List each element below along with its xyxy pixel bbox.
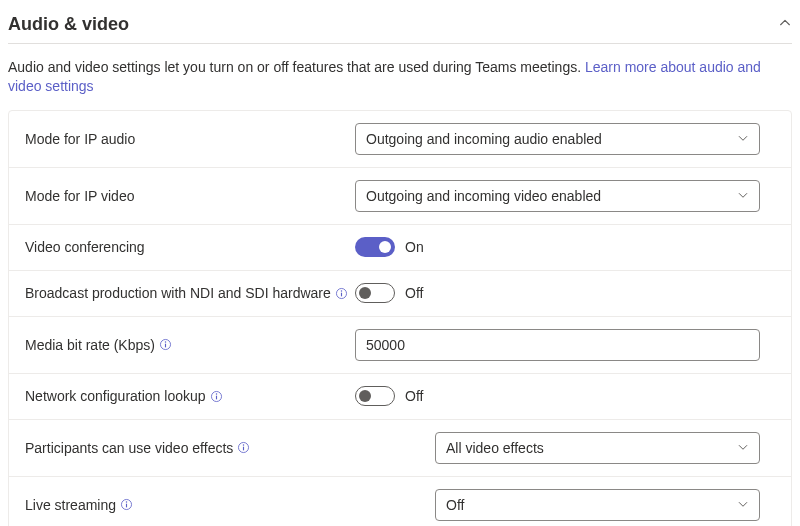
video-effects-label: Participants can use video effects — [25, 439, 233, 457]
mode-ip-audio-value: Outgoing and incoming audio enabled — [366, 131, 602, 147]
live-streaming-value: Off — [446, 497, 464, 513]
section-header[interactable]: Audio & video — [8, 10, 792, 44]
video-conferencing-label: Video conferencing — [25, 238, 355, 256]
svg-point-1 — [341, 290, 342, 291]
mode-ip-video-select[interactable]: Outgoing and incoming video enabled — [355, 180, 760, 212]
svg-rect-14 — [126, 504, 127, 508]
media-bitrate-input[interactable] — [355, 329, 760, 361]
video-conferencing-row: Video conferencing On — [9, 225, 791, 271]
svg-point-7 — [215, 393, 216, 394]
toggle-state-label: Off — [405, 285, 423, 301]
ndi-label: Broadcast production with NDI and SDI ha… — [25, 284, 331, 302]
mode-ip-video-value: Outgoing and incoming video enabled — [366, 188, 601, 204]
live-streaming-select[interactable]: Off — [435, 489, 760, 521]
intro-text: Audio and video settings let you turn on… — [8, 58, 792, 96]
chevron-down-icon — [737, 440, 749, 456]
svg-rect-11 — [243, 447, 244, 451]
video-effects-select[interactable]: All video effects — [435, 432, 760, 464]
intro-body: Audio and video settings let you turn on… — [8, 59, 585, 75]
media-bitrate-row: Media bit rate (Kbps) — [9, 317, 791, 374]
mode-ip-video-row: Mode for IP video Outgoing and incoming … — [9, 168, 791, 225]
svg-rect-8 — [215, 395, 216, 399]
ndi-row: Broadcast production with NDI and SDI ha… — [9, 271, 791, 317]
toggle-state-label: On — [405, 239, 424, 255]
svg-rect-2 — [341, 292, 342, 296]
network-lookup-toggle[interactable] — [355, 386, 395, 406]
chevron-down-icon — [737, 131, 749, 147]
info-icon[interactable] — [120, 498, 133, 511]
network-lookup-row: Network configuration lookup Off — [9, 374, 791, 420]
info-icon[interactable] — [335, 287, 348, 300]
video-conferencing-toggle[interactable] — [355, 237, 395, 257]
svg-point-10 — [243, 445, 244, 446]
section-title: Audio & video — [8, 14, 129, 35]
info-icon[interactable] — [210, 390, 223, 403]
mode-ip-audio-label: Mode for IP audio — [25, 130, 355, 148]
svg-point-4 — [165, 342, 166, 343]
svg-point-13 — [126, 502, 127, 503]
mode-ip-video-label: Mode for IP video — [25, 187, 355, 205]
settings-panel: Mode for IP audio Outgoing and incoming … — [8, 110, 792, 526]
info-icon[interactable] — [237, 441, 250, 454]
info-icon[interactable] — [159, 338, 172, 351]
mode-ip-audio-select[interactable]: Outgoing and incoming audio enabled — [355, 123, 760, 155]
ndi-toggle[interactable] — [355, 283, 395, 303]
toggle-state-label: Off — [405, 388, 423, 404]
video-effects-value: All video effects — [446, 440, 544, 456]
chevron-up-icon — [778, 16, 792, 33]
video-effects-row: Participants can use video effects All v… — [9, 420, 791, 477]
svg-rect-5 — [165, 344, 166, 348]
chevron-down-icon — [737, 497, 749, 513]
mode-ip-audio-row: Mode for IP audio Outgoing and incoming … — [9, 111, 791, 168]
network-lookup-label: Network configuration lookup — [25, 387, 206, 405]
live-streaming-label: Live streaming — [25, 496, 116, 514]
chevron-down-icon — [737, 188, 749, 204]
live-streaming-row: Live streaming Off — [9, 477, 791, 526]
media-bitrate-label: Media bit rate (Kbps) — [25, 336, 155, 354]
